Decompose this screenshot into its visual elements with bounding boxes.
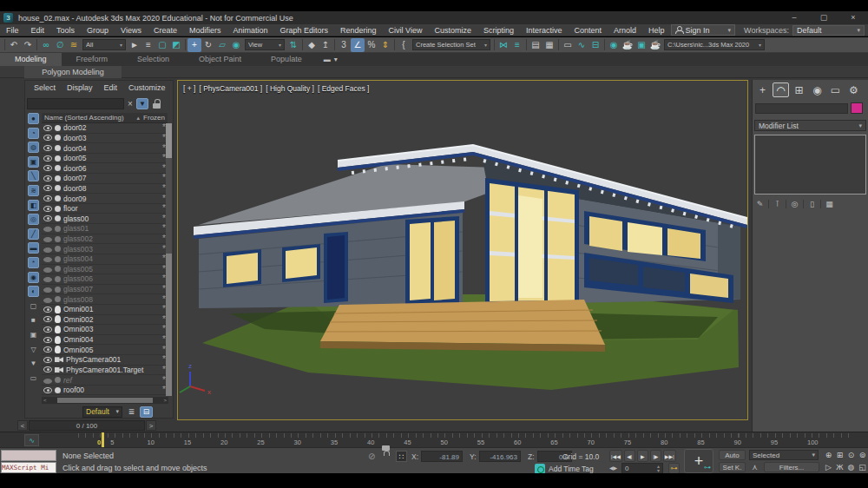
spinner-arrows-icon[interactable]: ▴▾	[657, 465, 660, 472]
visibility-eye-icon[interactable]	[43, 296, 52, 302]
lock-explorer-icon[interactable]	[150, 98, 162, 109]
menu-item-scripting[interactable]: Scripting	[477, 24, 520, 36]
display-instances-icon[interactable]: ▣	[28, 329, 39, 340]
menu-item-create[interactable]: Create	[148, 24, 183, 36]
list-item-door06[interactable]: door06*	[42, 163, 168, 174]
filter-combinations-icon[interactable]: ▽	[28, 344, 39, 355]
edit-named-selection-sets-icon[interactable]: {	[397, 38, 411, 52]
list-item-glass00[interactable]: glass00*	[42, 214, 168, 224]
snaps-toggle-icon[interactable]: 3	[337, 38, 351, 52]
motion-tab-icon[interactable]: ◉	[809, 82, 825, 97]
menu-item-group[interactable]: Group	[81, 24, 115, 36]
display-hidden-icon[interactable]: ◉	[28, 272, 39, 283]
list-item-door05[interactable]: door05*	[42, 154, 168, 164]
list-item-omni005[interactable]: Omni005*	[42, 345, 168, 355]
explorer-menu-edit[interactable]: Edit	[104, 83, 118, 96]
walk-through-icon[interactable]: Ж	[834, 461, 845, 473]
y-coordinate-field[interactable]: -416.963	[479, 451, 521, 462]
percent-snap-toggle-icon[interactable]: %	[365, 38, 378, 52]
visibility-eye-icon[interactable]	[43, 366, 52, 373]
menu-item-help[interactable]: Help	[642, 24, 671, 36]
isolate-selection-toggle-icon[interactable]: ⊘	[368, 452, 375, 461]
undo-icon[interactable]: ↶	[7, 38, 21, 52]
go-to-end-button[interactable]: ▶▶|	[663, 450, 676, 462]
menu-item-customize[interactable]: Customize	[428, 24, 477, 36]
menu-item-content[interactable]: Content	[568, 24, 608, 36]
sort-mode-button[interactable]: ⊟	[140, 406, 153, 418]
list-item-door03[interactable]: door03*	[42, 134, 168, 144]
ribbon-tab-selection[interactable]: Selection	[122, 53, 184, 66]
list-item-physcamera001[interactable]: PhysCamera001*	[42, 355, 168, 366]
display-space-warps-icon[interactable]: ≋	[28, 185, 39, 196]
make-unique-icon[interactable]: ◎	[789, 199, 800, 209]
close-button[interactable]: ×	[838, 11, 868, 24]
scrollbar-thumb[interactable]	[166, 123, 172, 158]
default-in-out-tangents-icon[interactable]: ⋏	[749, 462, 760, 472]
visibility-eye-icon[interactable]	[43, 145, 52, 151]
current-frame-display[interactable]: 0 / 100	[29, 420, 145, 431]
visibility-eye-icon[interactable]	[43, 387, 52, 393]
list-item-omni001[interactable]: Omni001*	[42, 305, 168, 315]
explorer-menu-customize[interactable]: Customize	[128, 83, 166, 96]
vertical-scrollbar[interactable]	[166, 123, 172, 396]
ribbon-tab-modeling[interactable]: Modeling	[0, 53, 62, 66]
list-item-omni002[interactable]: Omni002*	[42, 315, 168, 326]
clear-search-icon[interactable]: ×	[126, 99, 135, 109]
visibility-eye-icon[interactable]	[43, 185, 52, 191]
viewport-label-segment-3[interactable]: [ Edged Faces ]	[318, 84, 370, 93]
time-slider-ruler[interactable]: 5101520253035404550556065707580859095100…	[42, 432, 866, 448]
explorer-menu-display[interactable]: Display	[67, 83, 93, 96]
maxscript-mini-listener-white[interactable]: MAXScript Mi	[1, 462, 56, 473]
visibility-eye-icon[interactable]	[43, 266, 52, 272]
frozen-toggle-icon[interactable]: *	[158, 336, 166, 343]
frozen-toggle-icon[interactable]: *	[158, 306, 166, 313]
frozen-toggle-icon[interactable]: *	[158, 377, 166, 384]
visibility-eye-icon[interactable]	[43, 287, 52, 293]
list-item-ref[interactable]: ref*	[42, 375, 168, 386]
display-tab-icon[interactable]: ▭	[827, 82, 844, 97]
frozen-toggle-icon[interactable]: *	[158, 185, 166, 192]
add-time-tag-label[interactable]: Add Time Tag	[549, 465, 594, 473]
align-icon[interactable]: ≡	[510, 38, 524, 52]
maximize-viewport-toggle-icon[interactable]: ◱	[857, 461, 868, 473]
menu-item-rendering[interactable]: Rendering	[334, 24, 383, 36]
menu-item-modifiers[interactable]: Modifiers	[183, 24, 227, 36]
list-item-physcamera001-target[interactable]: PhysCamera001.Target*	[42, 366, 168, 376]
keyboard-shortcut-override-icon[interactable]: ↥	[319, 38, 332, 52]
frozen-toggle-icon[interactable]: *	[158, 165, 166, 172]
play-animation-button[interactable]: ▶	[637, 450, 648, 462]
visibility-eye-icon[interactable]	[43, 337, 52, 343]
key-filters-button[interactable]: Filters...	[764, 462, 819, 472]
minimize-button[interactable]: –	[779, 11, 809, 24]
visibility-eye-icon[interactable]	[43, 316, 52, 322]
display-helpers-icon[interactable]: ╲	[28, 170, 39, 181]
ribbon-tab-object-paint[interactable]: Object Paint	[184, 53, 256, 66]
horizontal-scrollbar[interactable]: < >	[42, 397, 168, 404]
workspaces-dropdown[interactable]: Default ▾	[792, 25, 865, 36]
restore-button[interactable]: ▢	[809, 11, 838, 24]
menu-item-file[interactable]: File	[0, 24, 25, 36]
visibility-eye-icon[interactable]	[43, 307, 52, 313]
explorer-menu-select[interactable]: Select	[34, 83, 56, 96]
list-item-glass003[interactable]: glass003*	[42, 244, 168, 254]
list-item-roof00[interactable]: roof00*	[42, 386, 168, 396]
list-item-door09[interactable]: door09*	[42, 194, 168, 204]
create-tab-icon[interactable]: +	[754, 82, 771, 97]
object-name-field[interactable]	[755, 103, 848, 114]
mirror-icon[interactable]: ⋈	[496, 38, 510, 52]
frozen-toggle-icon[interactable]: *	[158, 386, 166, 393]
list-item-glass006[interactable]: glass006*	[42, 274, 168, 285]
display-materials-icon[interactable]: ■	[28, 314, 39, 326]
render-setup-icon[interactable]: ☕	[621, 38, 635, 52]
list-item-door04[interactable]: door04*	[42, 143, 168, 154]
select-and-link-icon[interactable]: ∞	[39, 38, 53, 52]
display-frozen-icon[interactable]: *	[28, 257, 39, 268]
frozen-toggle-icon[interactable]: *	[158, 155, 166, 162]
material-editor-icon[interactable]: ◉	[607, 38, 621, 52]
viewport-label-segment-2[interactable]: [ High Quality ]	[266, 84, 314, 93]
frozen-toggle-icon[interactable]: *	[158, 356, 166, 363]
frozen-toggle-icon[interactable]: *	[158, 366, 166, 373]
display-all-icon[interactable]: ●	[28, 113, 39, 124]
ribbon-tab-populate[interactable]: Populate	[256, 53, 317, 66]
visibility-eye-icon[interactable]	[43, 155, 52, 162]
